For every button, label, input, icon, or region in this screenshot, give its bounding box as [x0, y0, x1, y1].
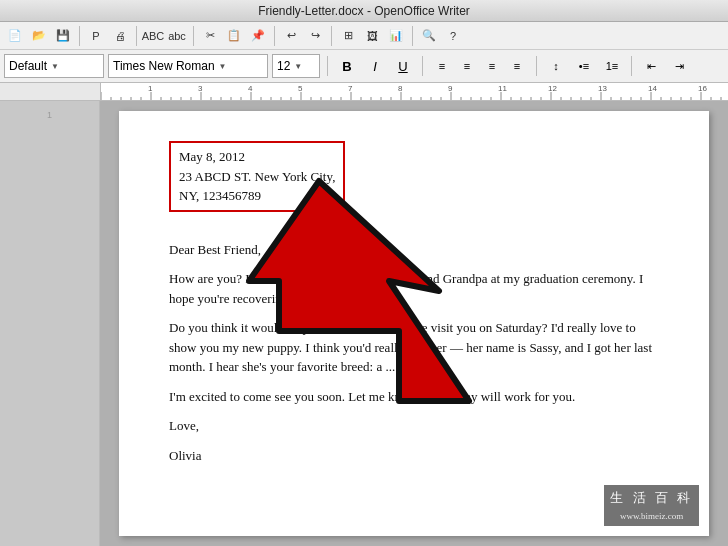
- align-justify-button[interactable]: ≡: [505, 54, 529, 78]
- title-bar: Friendly-Letter.docx - OpenOffice Writer: [0, 0, 728, 22]
- font-dropdown[interactable]: Times New Roman ▼: [108, 54, 268, 78]
- title-text: Friendly-Letter.docx - OpenOffice Writer: [258, 4, 470, 18]
- redo-button[interactable]: ↪: [304, 25, 326, 47]
- toolbar-sep4: [274, 26, 275, 46]
- paragraph1: How are you? I was so sorry to miss seei…: [169, 269, 659, 308]
- paragraph3: I'm excited to come see you soon. Let me…: [169, 387, 659, 407]
- format-sep4: [631, 56, 632, 76]
- ruler-label: 1: [47, 110, 52, 120]
- closing: Love,: [169, 416, 659, 436]
- cut-button[interactable]: ✂: [199, 25, 221, 47]
- insert-image-button[interactable]: 🖼: [361, 25, 383, 47]
- copy-button[interactable]: 📋: [223, 25, 245, 47]
- help-button[interactable]: ?: [442, 25, 464, 47]
- format-sep1: [327, 56, 328, 76]
- style-dropdown[interactable]: Default ▼: [4, 54, 104, 78]
- toolbar-area: 📄 📂 💾 P 🖨 ABC abc ✂ 📋 📌 ↩ ↪ ⊞ 🖼 📊 🔍 ? De…: [0, 22, 728, 83]
- document-area[interactable]: May 8, 2012 23 ABCD ST. New York City, N…: [100, 101, 728, 546]
- paragraph2: Do you think it would be possible for me…: [169, 318, 659, 377]
- page[interactable]: May 8, 2012 23 ABCD ST. New York City, N…: [119, 111, 709, 536]
- size-dropdown[interactable]: 12 ▼: [272, 54, 320, 78]
- toolbar-row1: 📄 📂 💾 P 🖨 ABC abc ✂ 📋 📌 ↩ ↪ ⊞ 🖼 📊 🔍 ?: [0, 22, 728, 50]
- greeting: Dear Best Friend,: [169, 240, 659, 260]
- italic-button[interactable]: I: [363, 54, 387, 78]
- font-label: Times New Roman: [113, 59, 215, 73]
- toolbar-sep6: [412, 26, 413, 46]
- size-label: 12: [277, 59, 290, 73]
- print-button[interactable]: 🖨: [109, 25, 131, 47]
- toolbar-sep1: [79, 26, 80, 46]
- size-arrow: ▼: [294, 62, 302, 71]
- undo-button[interactable]: ↩: [280, 25, 302, 47]
- watermark-url: www.bimeiz.com: [620, 510, 683, 524]
- watermark: 生 活 百 科 www.bimeiz.com: [604, 485, 699, 526]
- address-line3: NY, 123456789: [179, 186, 335, 206]
- line-spacing-button[interactable]: ↕: [544, 54, 568, 78]
- underline-button[interactable]: U: [391, 54, 415, 78]
- spellcheck-button[interactable]: ABC: [142, 25, 164, 47]
- format-sep3: [536, 56, 537, 76]
- find-button[interactable]: 🔍: [418, 25, 440, 47]
- insert-chart-button[interactable]: 📊: [385, 25, 407, 47]
- increase-indent-button[interactable]: ⇥: [667, 54, 691, 78]
- align-right-button[interactable]: ≡: [480, 54, 504, 78]
- open-button[interactable]: 📂: [28, 25, 50, 47]
- format-sep2: [422, 56, 423, 76]
- ruler: [0, 83, 728, 101]
- ruler-inner: [100, 83, 728, 100]
- address-block: May 8, 2012 23 ABCD ST. New York City, N…: [169, 141, 345, 212]
- pdf-button[interactable]: P: [85, 25, 107, 47]
- font-arrow: ▼: [219, 62, 227, 71]
- numbered-list-button[interactable]: 1≡: [600, 54, 624, 78]
- style-label: Default: [9, 59, 47, 73]
- insert-table-button[interactable]: ⊞: [337, 25, 359, 47]
- toolbar-sep2: [136, 26, 137, 46]
- address-line2: 23 ABCD ST. New York City,: [179, 167, 335, 187]
- main-area: 1 May 8, 2012 23 ABCD ST. New York City,…: [0, 101, 728, 546]
- align-center-button[interactable]: ≡: [455, 54, 479, 78]
- toolbar-sep3: [193, 26, 194, 46]
- bold-button[interactable]: B: [335, 54, 359, 78]
- toolbar-sep5: [331, 26, 332, 46]
- new-button[interactable]: 📄: [4, 25, 26, 47]
- watermark-chinese: 生 活 百 科: [610, 488, 693, 508]
- align-buttons: ≡ ≡ ≡ ≡: [430, 54, 529, 78]
- left-ruler: 1: [0, 101, 100, 546]
- decrease-indent-button[interactable]: ⇤: [639, 54, 663, 78]
- address-line1: May 8, 2012: [179, 147, 335, 167]
- letter-content: Dear Best Friend, How are you? I was so …: [169, 240, 659, 466]
- toolbar-row2: Default ▼ Times New Roman ▼ 12 ▼ B I U ≡…: [0, 50, 728, 82]
- style-arrow: ▼: [51, 62, 59, 71]
- signature: Olivia: [169, 446, 659, 466]
- align-left-button[interactable]: ≡: [430, 54, 454, 78]
- bullet-list-button[interactable]: •≡: [572, 54, 596, 78]
- autocheck-button[interactable]: abc: [166, 25, 188, 47]
- paste-button[interactable]: 📌: [247, 25, 269, 47]
- save-button[interactable]: 💾: [52, 25, 74, 47]
- ruler-canvas: [101, 83, 728, 101]
